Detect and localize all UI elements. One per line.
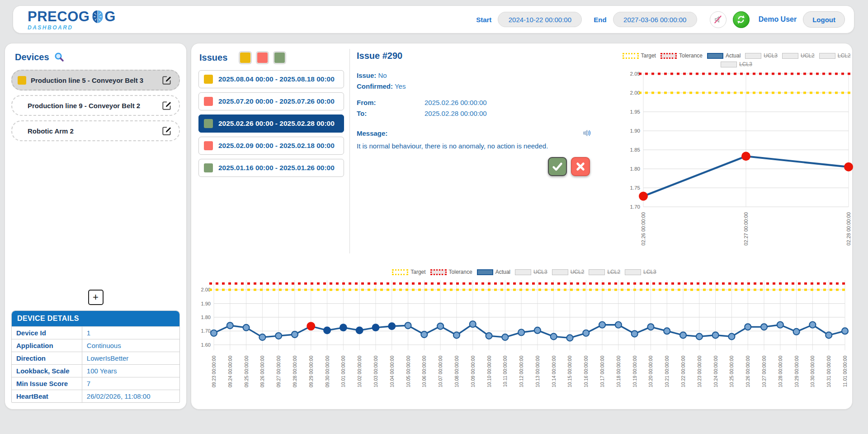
svg-text:1.95: 1.95: [630, 109, 640, 114]
legend-item-tolerance[interactable]: Tolerance: [430, 269, 472, 275]
legend-label: LCL2: [607, 269, 620, 275]
from-to-block: From: 2025.02.26 00:00:00 To: 2025.02.28…: [357, 99, 592, 117]
legend-item-ucl2[interactable]: UCL2: [552, 269, 585, 275]
speaker-icon: [582, 128, 592, 138]
refresh-icon: [736, 14, 746, 25]
svg-text:10.16 00:00:00: 10.16 00:00:00: [583, 356, 589, 387]
detail-row-label: Application: [12, 339, 82, 352]
legend-item-target[interactable]: Target: [623, 52, 656, 59]
svg-text:09.29 00:00:00: 09.29 00:00:00: [308, 356, 314, 387]
add-device-button[interactable]: +: [88, 290, 104, 305]
svg-text:10.23 00:00:00: 10.23 00:00:00: [697, 356, 702, 387]
legend-item-ucl3[interactable]: UCL3: [515, 269, 547, 275]
table-row: HeartBeat26/02/2026, 11:08:00: [12, 390, 179, 402]
legend-label: Actual: [726, 52, 741, 59]
start-date-input[interactable]: [498, 12, 582, 27]
legend-swatch: [589, 269, 605, 275]
device-item[interactable]: Production line 9 - Conveyor Belt 2: [11, 95, 180, 116]
issue-list-item[interactable]: 2025.02.09 00:00 - 2025.02.18 00:00: [198, 137, 344, 155]
edit-device-button[interactable]: [160, 124, 174, 138]
svg-text:1.60: 1.60: [201, 342, 211, 348]
issues-title: Issues: [199, 52, 227, 63]
table-row: DirectionLowerIsBetter: [12, 352, 179, 364]
device-item[interactable]: Production line 5 - Conveyor Belt 3: [11, 70, 180, 91]
table-row: Min Issue Score7: [12, 377, 179, 390]
legend-swatch: [819, 53, 835, 59]
legend-item-tolerance[interactable]: Tolerance: [660, 52, 703, 59]
to-label: To:: [357, 110, 425, 117]
muted-speaker-icon: [712, 14, 723, 25]
issue-severity-square: [204, 141, 213, 150]
svg-text:10.22 00:00:00: 10.22 00:00:00: [680, 356, 686, 387]
issue-list-item[interactable]: 2025.01.16 00:00 - 2025.01.26 00:00: [198, 159, 344, 177]
devices-panel: Devices Production line 5 - Conveyor Bel…: [5, 43, 187, 410]
devices-title: Devices: [15, 52, 49, 62]
svg-text:10.28 00:00:00: 10.28 00:00:00: [778, 356, 783, 387]
issue-list-item[interactable]: 2025.07.20 00:00 - 2025.07.26 00:00: [198, 92, 344, 110]
svg-text:09.30 00:00:00: 09.30 00:00:00: [325, 356, 330, 387]
issue-list-item[interactable]: 2025.08.04 00:00 - 2025.08.18 00:00: [198, 70, 344, 88]
issue-list-item[interactable]: 2025.02.26 00:00 - 2025.02.28 00:00: [198, 114, 344, 133]
legend-swatch: [477, 269, 493, 275]
detail-row-value: Continuous: [82, 339, 179, 352]
detail-row-value: LowerIsBetter: [82, 352, 179, 364]
search-icon[interactable]: [54, 52, 65, 62]
legend-item-lcl3[interactable]: LCL3: [625, 269, 656, 275]
user-name: Demo User: [759, 15, 797, 24]
edit-device-button[interactable]: [160, 73, 174, 87]
from-label: From:: [357, 99, 425, 106]
overview-chart-box: TargetToleranceActualUCL3UCL2LCL2LCL3 09…: [198, 269, 851, 409]
mute-button[interactable]: [710, 11, 726, 28]
svg-text:10.09 00:00:00: 10.09 00:00:00: [470, 356, 476, 387]
svg-text:1.80: 1.80: [201, 315, 211, 320]
main-panel: Issues 2025.08.04 00:00 - 2025.08.18 00:…: [191, 43, 853, 410]
legend-label: Actual: [495, 269, 510, 275]
issue-list: 2025.08.04 00:00 - 2025.08.18 00:002025.…: [198, 70, 344, 177]
legend-item-lcl2[interactable]: LCL2: [819, 52, 851, 59]
refresh-button[interactable]: [733, 11, 750, 28]
svg-text:10.04 00:00:00: 10.04 00:00:00: [389, 356, 395, 387]
logout-button[interactable]: Logout: [803, 11, 845, 28]
legend-item-actual[interactable]: Actual: [707, 52, 741, 59]
device-name: Robotic Arm 2: [18, 127, 156, 135]
overview-chart[interactable]: 09.23 00:00:0009.24 00:00:0009.25 00:00:…: [198, 277, 851, 407]
confirm-no-button[interactable]: [571, 157, 590, 176]
legend-item-ucl2[interactable]: UCL2: [782, 52, 815, 59]
device-item[interactable]: Robotic Arm 2: [11, 120, 180, 141]
speak-message-button[interactable]: [582, 128, 592, 138]
confirmed-label: Confirmed:: [357, 82, 393, 90]
device-list: Production line 5 - Conveyor Belt 3Produ…: [11, 70, 180, 146]
issue-filter-green-button[interactable]: [274, 52, 286, 64]
legend-item-actual[interactable]: Actual: [477, 269, 510, 275]
svg-text:1.90: 1.90: [201, 301, 211, 306]
detail-row-label: Lookback, Scale: [12, 365, 82, 377]
svg-text:10.01 00:00:00: 10.01 00:00:00: [340, 356, 346, 387]
legend-label: UCL2: [801, 52, 815, 59]
svg-text:2.05: 2.05: [630, 71, 640, 76]
svg-text:10.08 00:00:00: 10.08 00:00:00: [454, 356, 459, 387]
issue-range: 2025.07.20 00:00 - 2025.07.26 00:00: [218, 97, 335, 105]
app-logo: PRECOG G DASHBOARD: [28, 9, 116, 30]
legend-item-ucl3[interactable]: UCL3: [745, 52, 778, 59]
table-row: Lookback, Scale100 Years: [12, 364, 179, 377]
issue-filter-yellow-button[interactable]: [239, 52, 251, 64]
confirm-yes-button[interactable]: [548, 157, 567, 176]
from-value: 2025.02.26 00:00:00: [425, 99, 592, 106]
issue-detail-chart[interactable]: 02.26 00:00:0002.27 00:00:0002.28 00:00:…: [620, 69, 853, 259]
end-date-input[interactable]: [613, 12, 697, 27]
svg-text:10.07 00:00:00: 10.07 00:00:00: [438, 356, 443, 387]
issue-filter-red-button[interactable]: [256, 52, 269, 64]
legend-swatch: [430, 269, 447, 275]
logo-subtitle: DASHBOARD: [28, 25, 116, 30]
issue-detail-title: Issue #290: [357, 51, 592, 61]
svg-text:10.31 00:00:00: 10.31 00:00:00: [826, 356, 831, 387]
svg-text:10.17 00:00:00: 10.17 00:00:00: [599, 356, 605, 387]
cross-icon: [574, 160, 587, 173]
device-details-table: DEVICE DETAILS Device Id1ApplicationCont…: [11, 310, 180, 403]
edit-device-button[interactable]: [160, 99, 174, 112]
legend-item-lcl2[interactable]: LCL2: [589, 269, 620, 275]
issue-severity-square: [204, 119, 213, 128]
legend-item-target[interactable]: Target: [392, 269, 425, 275]
legend-item-lcl3[interactable]: LCL3: [721, 61, 752, 67]
svg-text:10.10 00:00:00: 10.10 00:00:00: [486, 356, 492, 387]
